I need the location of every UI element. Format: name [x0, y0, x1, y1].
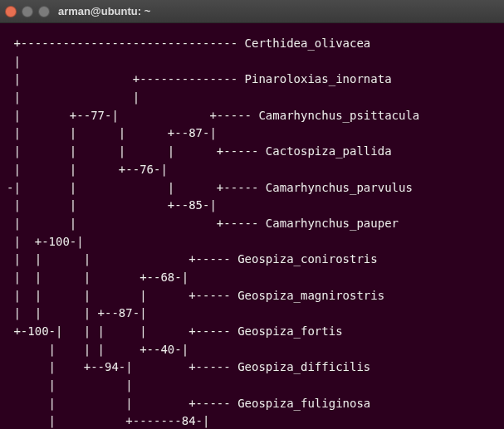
window-controls: [5, 6, 50, 17]
window-title: arman@ubuntu: ~: [58, 5, 150, 17]
titlebar: arman@ubuntu: ~: [0, 0, 504, 23]
minimize-icon[interactable]: [22, 6, 33, 17]
maximize-icon[interactable]: [38, 6, 50, 17]
close-icon[interactable]: [5, 6, 17, 17]
terminal-output[interactable]: +------------------------------- Certhid…: [0, 23, 504, 429]
phylo-tree-text: +------------------------------- Certhid…: [7, 37, 419, 429]
